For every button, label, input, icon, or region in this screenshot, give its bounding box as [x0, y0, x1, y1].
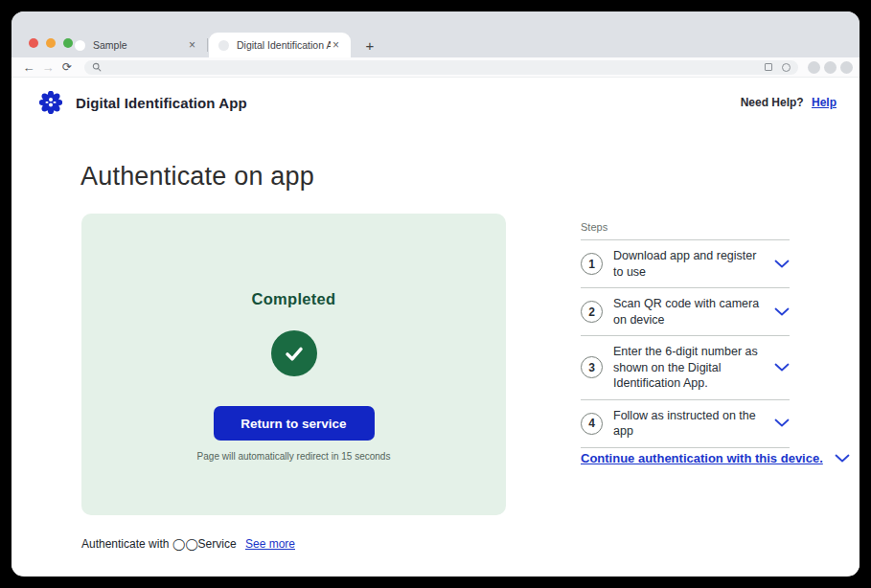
close-tab-icon[interactable]: × [187, 37, 197, 53]
square-icon[interactable] [765, 63, 772, 71]
site-header: Digital Identification App Need Help? He… [39, 89, 837, 116]
search-icon [92, 62, 102, 72]
tab-title: Sample [93, 39, 187, 51]
toolbar-circle-placeholder-icon[interactable] [840, 61, 853, 74]
address-bar[interactable] [84, 60, 798, 75]
redirect-note: Page will automatically redirect in 15 s… [197, 451, 391, 462]
return-to-service-button[interactable]: Return to service [214, 406, 375, 441]
status-card: Completed Return to service Page will au… [81, 214, 506, 515]
steps-label: Steps [581, 221, 790, 233]
toolbar-extensions [808, 61, 853, 74]
step-number: 1 [581, 253, 603, 275]
step-text: Download app and register to use [613, 248, 764, 280]
page-title: Digital Identification App [76, 95, 247, 111]
tab-favicon [218, 40, 229, 51]
step-number: 4 [581, 413, 603, 435]
tab-favicon [75, 40, 85, 51]
close-window-icon[interactable] [29, 38, 38, 48]
tab-sample[interactable]: Sample × [65, 33, 207, 57]
forward-icon: → [38, 60, 57, 75]
chevron-down-icon[interactable] [774, 363, 790, 373]
new-tab-button[interactable]: + [360, 35, 379, 55]
checkmark-icon [282, 341, 307, 366]
step-item-2[interactable]: 2 Scan QR code with camera on device [581, 287, 790, 335]
chevron-down-icon[interactable] [774, 307, 790, 317]
tab-digital-identification-app[interactable]: Digital Identification App × [209, 33, 351, 57]
steps-panel: Steps 1 Download app and register to use… [581, 221, 790, 448]
see-more-link[interactable]: See more [245, 537, 295, 551]
status-text: Completed [252, 290, 336, 308]
close-tab-icon[interactable]: × [331, 37, 341, 53]
chevron-down-icon [835, 454, 850, 464]
toolbar-circle-placeholder-icon[interactable] [824, 61, 837, 74]
continue-authentication-link[interactable]: Continue authentication with this device… [581, 451, 850, 465]
need-help-label: Need Help? [741, 96, 804, 109]
minimize-window-icon[interactable] [46, 38, 56, 48]
step-text: Scan QR code with camera on device [613, 296, 764, 328]
tab-strip: Sample × Digital Identification App × + [11, 11, 860, 57]
page-content: Digital Identification App Need Help? He… [11, 78, 860, 576]
step-item-1[interactable]: 1 Download app and register to use [581, 239, 790, 287]
toolbar-circle-placeholder-icon[interactable] [808, 61, 820, 74]
step-text: Enter the 6-digit number as shown on the… [613, 344, 764, 392]
chevron-down-icon[interactable] [774, 418, 790, 428]
refresh-icon[interactable]: ⟳ [57, 60, 77, 74]
main-heading: Authenticate on app [80, 162, 314, 192]
continue-link-text: Continue authentication with this device… [581, 451, 823, 465]
step-number: 3 [581, 356, 603, 378]
help-link[interactable]: Help [812, 96, 837, 109]
circle-icon[interactable] [782, 63, 791, 72]
step-number: 2 [581, 301, 603, 323]
browser-toolbar: ← → ⟳ [11, 57, 860, 78]
authenticate-with-note: Authenticate with ◯◯Service See more [81, 537, 295, 551]
step-text: Follow as instructed on the app [613, 408, 764, 440]
authenticate-with-text: Authenticate with ◯◯Service [81, 537, 237, 551]
tab-title: Digital Identification App [237, 39, 331, 51]
tab-divider [207, 38, 208, 52]
back-icon[interactable]: ← [19, 60, 38, 75]
browser-window: Sample × Digital Identification App × + … [11, 11, 860, 577]
step-item-3[interactable]: 3 Enter the 6-digit number as shown on t… [581, 335, 790, 399]
chevron-down-icon[interactable] [774, 260, 790, 269]
app-logo-icon [39, 91, 62, 114]
step-item-4[interactable]: 4 Follow as instructed on the app [581, 399, 790, 448]
success-check-circle [271, 330, 317, 376]
